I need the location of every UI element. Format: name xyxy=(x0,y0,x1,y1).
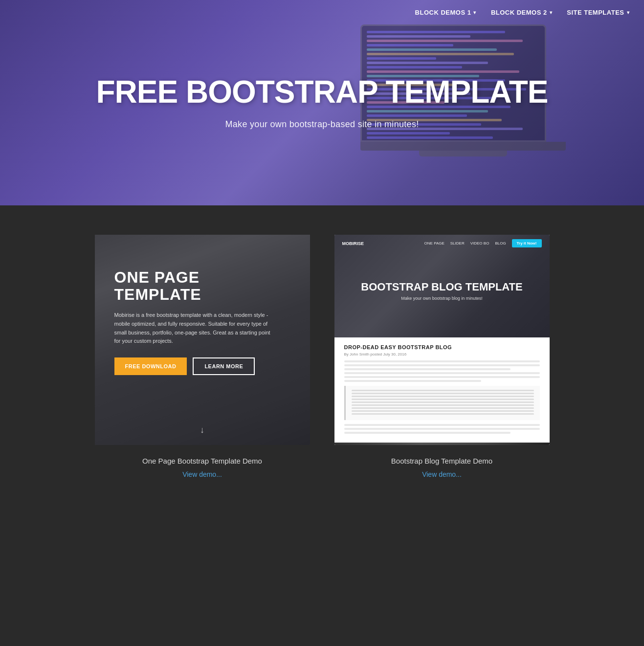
blog-nav-blog[interactable]: BLOG xyxy=(495,241,506,245)
blog-article-meta: By John Smith posted July 30, 2016 xyxy=(344,352,540,356)
quote-line xyxy=(352,404,534,406)
preview-one-page: ONE PAGE TEMPLATE Mobirise is a free boo… xyxy=(95,235,310,445)
article-line xyxy=(344,380,481,382)
hero-content: FREE BOOTSTRAP TEMPLATE Make your own bo… xyxy=(96,76,548,130)
article-line xyxy=(344,372,540,374)
card-footer-one-page: One Page Bootstrap Template Demo View de… xyxy=(95,445,310,483)
preview-blog: MOBIRISE ONE PAGE SLIDER VIDEO BO BLOG T… xyxy=(334,235,550,445)
blog-top-section: MOBIRISE ONE PAGE SLIDER VIDEO BO BLOG T… xyxy=(334,235,550,337)
card-one-page-link[interactable]: View demo... xyxy=(182,470,222,478)
blog-bottom-image xyxy=(334,443,550,445)
card-blog-link[interactable]: View demo... xyxy=(422,470,462,478)
blog-logo: MOBIRISE xyxy=(342,241,364,246)
card-one-page-title: One Page Bootstrap Template Demo xyxy=(100,457,305,465)
blog-nav-one-page[interactable]: ONE PAGE xyxy=(424,241,444,245)
quote-line xyxy=(352,399,534,400)
quote-line xyxy=(352,401,534,403)
blog-article-title: DROP-DEAD EASY BOOTSTRAP BLOG xyxy=(344,344,540,350)
preview-buttons: FREE DOWNLOAD LEARN MORE xyxy=(114,357,290,375)
nav-site-templates[interactable]: SITE TEMPLATES ▾ xyxy=(567,9,629,16)
learn-more-button[interactable]: LEARN MORE xyxy=(193,357,255,375)
card-one-page: ONE PAGE TEMPLATE Mobirise is a free boo… xyxy=(95,235,310,483)
blog-nav-links: ONE PAGE SLIDER VIDEO BO BLOG Try it Now… xyxy=(424,239,542,247)
card-footer-blog: Bootstrap Blog Template Demo View demo..… xyxy=(334,445,550,483)
nav-block-demos-1[interactable]: BLOCK DEMOS 1 ▾ xyxy=(415,9,476,16)
card-image-blog: MOBIRISE ONE PAGE SLIDER VIDEO BO BLOG T… xyxy=(334,235,550,445)
quote-line xyxy=(352,390,534,391)
blog-try-now-button[interactable]: Try it Now! xyxy=(512,239,542,247)
article-line xyxy=(344,364,540,366)
article-line xyxy=(344,428,540,430)
cards-section: ONE PAGE TEMPLATE Mobirise is a free boo… xyxy=(0,205,644,522)
hero-subtitle: Make your own bootstrap-based site in mi… xyxy=(96,119,548,130)
hero-section: FREE BOOTSTRAP TEMPLATE Make your own bo… xyxy=(0,0,644,205)
blog-nav-slider[interactable]: SLIDER xyxy=(450,241,465,245)
chevron-down-icon: ▾ xyxy=(550,10,553,15)
blog-nav-bar: MOBIRISE ONE PAGE SLIDER VIDEO BO BLOG T… xyxy=(334,235,550,252)
blog-nav-video[interactable]: VIDEO BO xyxy=(470,241,489,245)
chevron-down-icon: ▾ xyxy=(473,10,476,15)
laptop-base xyxy=(360,142,566,151)
article-line xyxy=(344,424,540,426)
card-blog-title: Bootstrap Blog Template Demo xyxy=(339,457,545,465)
blog-article-section: DROP-DEAD EASY BOOTSTRAP BLOG By John Sm… xyxy=(334,337,550,443)
preview-content: ONE PAGE TEMPLATE Mobirise is a free boo… xyxy=(95,235,310,390)
quote-line xyxy=(352,393,534,394)
navigation: BLOCK DEMOS 1 ▾ BLOCK DEMOS 2 ▾ SITE TEM… xyxy=(400,0,644,25)
blog-hero-title: BOOTSTRAP BLOG TEMPLATE xyxy=(361,281,522,293)
nav-label-block-demos-2: BLOCK DEMOS 2 xyxy=(491,9,547,16)
quote-line xyxy=(352,410,534,412)
free-download-button[interactable]: FREE DOWNLOAD xyxy=(114,357,187,375)
quote-line xyxy=(352,407,534,409)
blog-hero-subtitle: Make your own bootstrap blog in minutes! xyxy=(361,296,522,301)
article-line xyxy=(344,360,540,362)
article-line xyxy=(344,368,511,370)
blog-hero-content: BOOTSTRAP BLOG TEMPLATE Make your own bo… xyxy=(361,281,522,301)
quote-line xyxy=(352,413,534,415)
article-line xyxy=(344,432,511,434)
laptop-stand xyxy=(419,151,507,156)
card-image-one-page: ONE PAGE TEMPLATE Mobirise is a free boo… xyxy=(95,235,310,445)
quote-line xyxy=(352,396,534,397)
scroll-down-icon: ↓ xyxy=(200,425,204,435)
chevron-down-icon: ▾ xyxy=(627,10,630,15)
blog-quote-box xyxy=(344,386,540,420)
article-line xyxy=(344,376,540,378)
nav-label-site-templates: SITE TEMPLATES xyxy=(567,9,624,16)
preview-one-page-title: ONE PAGE TEMPLATE xyxy=(114,269,290,303)
preview-one-page-text: Mobirise is a free bootstrap template wi… xyxy=(114,311,271,345)
card-blog: MOBIRISE ONE PAGE SLIDER VIDEO BO BLOG T… xyxy=(334,235,550,483)
nav-label-block-demos-1: BLOCK DEMOS 1 xyxy=(415,9,471,16)
nav-block-demos-2[interactable]: BLOCK DEMOS 2 ▾ xyxy=(491,9,552,16)
hero-title: FREE BOOTSTRAP TEMPLATE xyxy=(96,76,548,109)
